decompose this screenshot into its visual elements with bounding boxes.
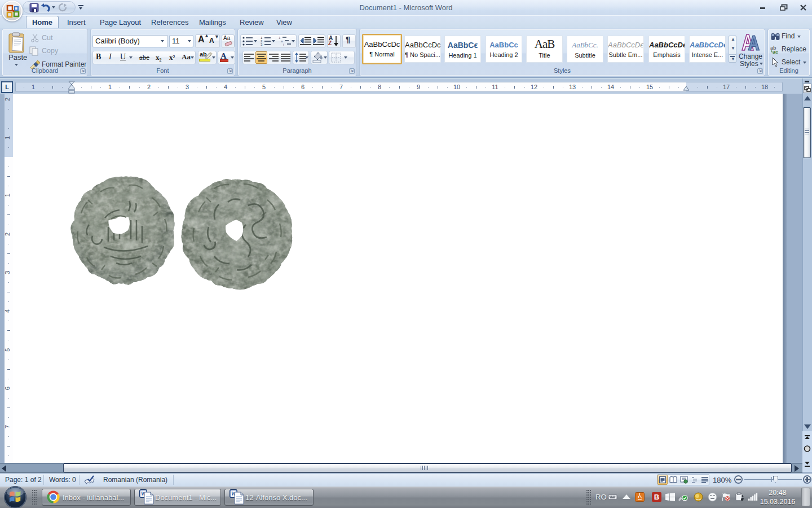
svg-text:3: 3 <box>261 43 263 46</box>
svg-text:i: i <box>283 43 284 46</box>
svg-text:ac: ac <box>773 49 778 54</box>
